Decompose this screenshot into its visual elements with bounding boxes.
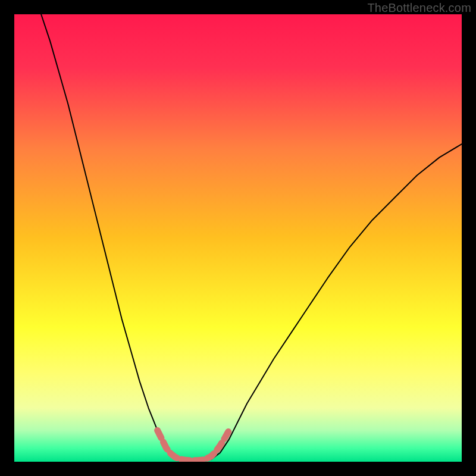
watermark-text: TheBottleneck.com [367, 1, 471, 15]
chart-svg [14, 14, 462, 462]
gradient-background [14, 14, 462, 462]
chart-frame: TheBottleneck.com [0, 0, 476, 476]
plot-area [14, 14, 462, 462]
